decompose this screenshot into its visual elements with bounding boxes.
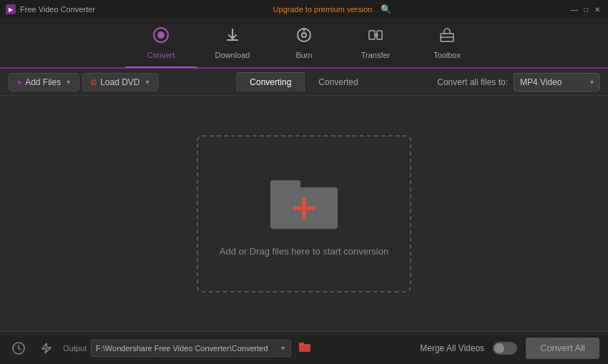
upgrade-link[interactable]: Upgrade to premium version bbox=[273, 5, 373, 14]
title-bar: ▶ Free Video Converter Upgrade to premiu… bbox=[0, 0, 608, 19]
load-dvd-label: Load DVD bbox=[100, 77, 139, 87]
transfer-icon bbox=[367, 26, 384, 48]
add-files-button[interactable]: + Add Files ▼ bbox=[9, 73, 79, 92]
output-path-text: F:\Wondershare Free Video Converter\Conv… bbox=[96, 344, 277, 353]
convert-all-label: Convert all files to: bbox=[437, 77, 508, 87]
svg-point-3 bbox=[302, 33, 306, 37]
nav-burn-label: Burn bbox=[295, 51, 312, 59]
format-select-wrapper[interactable]: MP4 Video AVI Video MKV Video MOV Video … bbox=[514, 73, 599, 92]
output-folder-icon[interactable] bbox=[298, 341, 311, 355]
drop-zone[interactable]: Add or Drag files here to start conversi… bbox=[197, 135, 411, 292]
nav-download-label: Download bbox=[215, 51, 250, 59]
close-button[interactable]: ✕ bbox=[592, 4, 602, 14]
nav-bar: Convert Download Burn Tran bbox=[0, 19, 608, 69]
nav-transfer[interactable]: Transfer bbox=[340, 18, 411, 68]
svg-rect-15 bbox=[299, 343, 304, 345]
svg-rect-5 bbox=[369, 31, 375, 39]
tab-converted[interactable]: Converted bbox=[305, 72, 371, 92]
nav-toolbox[interactable]: Toolbox bbox=[411, 18, 483, 68]
svg-point-1 bbox=[157, 31, 165, 39]
tabs-container: Converting Converted bbox=[236, 72, 371, 92]
output-path-selector[interactable]: F:\Wondershare Free Video Converter\Conv… bbox=[91, 340, 291, 357]
tab-converting[interactable]: Converting bbox=[236, 72, 305, 92]
bottom-left bbox=[9, 338, 56, 358]
minimize-button[interactable]: — bbox=[569, 4, 579, 14]
output-path-dropdown-arrow: ▼ bbox=[280, 345, 286, 352]
dvd-icon: ⊘ bbox=[90, 77, 97, 87]
main-content: Add or Drag files here to start conversi… bbox=[0, 96, 608, 331]
add-files-label: Add Files bbox=[25, 77, 61, 87]
title-bar-left: ▶ Free Video Converter bbox=[6, 4, 95, 14]
add-files-dropdown-arrow: ▼ bbox=[65, 79, 72, 86]
add-icon: + bbox=[16, 77, 22, 88]
load-dvd-dropdown-arrow: ▼ bbox=[144, 79, 151, 86]
toolbox-icon bbox=[438, 26, 456, 48]
title-bar-right: — □ ✕ bbox=[569, 4, 602, 14]
toolbar-container: + Add Files ▼ ⊘ Load DVD ▼ Converting Co… bbox=[0, 69, 608, 96]
bottom-bar: Output F:\Wondershare Free Video Convert… bbox=[0, 331, 608, 364]
nav-toolbox-label: Toolbox bbox=[433, 51, 461, 59]
title-bar-center: Upgrade to premium version 🔍 bbox=[273, 4, 392, 14]
merge-label: Merge All Videos bbox=[420, 343, 484, 353]
output-label: Output bbox=[63, 344, 87, 353]
convert-all-button-label: Convert All bbox=[540, 343, 585, 353]
app-icon: ▶ bbox=[6, 4, 16, 14]
nav-download[interactable]: Download bbox=[197, 18, 268, 68]
burn-icon bbox=[295, 26, 313, 48]
output-area: Output F:\Wondershare Free Video Convert… bbox=[63, 340, 413, 357]
bottom-right: Merge All Videos Convert All bbox=[420, 338, 599, 359]
format-select[interactable]: MP4 Video AVI Video MKV Video MOV Video … bbox=[514, 73, 599, 92]
nav-convert-label: Convert bbox=[147, 51, 175, 59]
nav-convert[interactable]: Convert bbox=[125, 18, 197, 68]
clock-button[interactable] bbox=[9, 338, 29, 358]
search-icon[interactable]: 🔍 bbox=[381, 4, 391, 14]
folder-icon bbox=[265, 170, 343, 235]
nav-transfer-label: Transfer bbox=[361, 51, 391, 59]
drop-zone-text: Add or Drag files here to start conversi… bbox=[220, 246, 388, 257]
maximize-button[interactable]: □ bbox=[581, 4, 591, 14]
app-title: Free Video Converter bbox=[20, 5, 95, 14]
convert-all-button[interactable]: Convert All bbox=[526, 338, 599, 359]
convert-all-area: Convert all files to: MP4 Video AVI Vide… bbox=[437, 73, 599, 92]
convert-icon bbox=[152, 26, 170, 48]
load-dvd-button[interactable]: ⊘ Load DVD ▼ bbox=[82, 73, 158, 92]
flash-button[interactable] bbox=[36, 338, 56, 358]
merge-toggle[interactable] bbox=[493, 342, 517, 355]
nav-burn[interactable]: Burn bbox=[268, 18, 340, 68]
download-icon bbox=[224, 26, 241, 48]
